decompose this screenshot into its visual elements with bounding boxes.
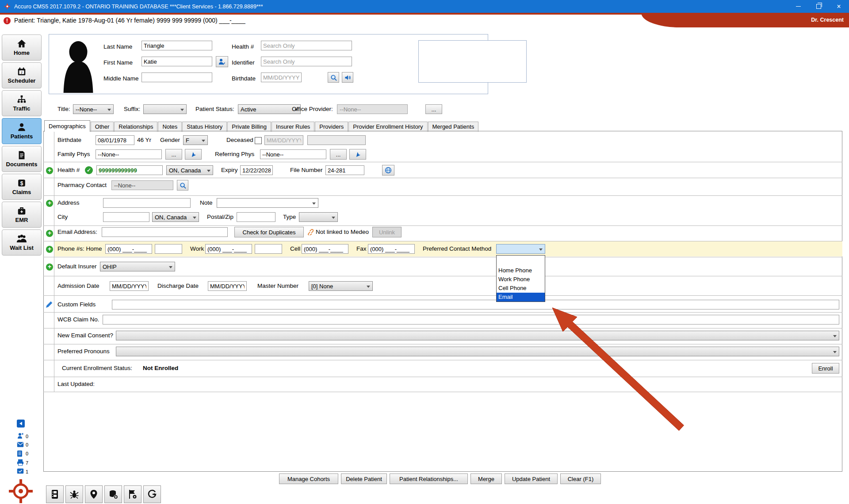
pharmacy-search-button[interactable]	[177, 180, 188, 191]
minimize-button[interactable]	[788, 0, 808, 13]
health-card-swipe-button[interactable]	[382, 165, 394, 176]
sidebar-item-waitlist[interactable]: Wait List	[2, 229, 42, 256]
sidebar-item-patients[interactable]: Patients	[2, 118, 42, 144]
mail-icon[interactable]	[17, 442, 24, 447]
master-number-select[interactable]: [0] None	[309, 281, 373, 291]
patient-status-select[interactable]: Active	[238, 104, 301, 114]
dropdown-option-blank[interactable]	[497, 256, 545, 266]
tab-merged-patients[interactable]: Merged Patients	[428, 122, 479, 132]
enroll-button[interactable]: Enroll	[812, 363, 839, 374]
message-check-icon[interactable]	[17, 468, 24, 474]
admission-date-input[interactable]	[110, 281, 149, 291]
add-health-number-icon[interactable]: +	[46, 167, 53, 174]
location-button[interactable]	[85, 485, 103, 503]
search-button[interactable]	[328, 72, 339, 83]
announce-button[interactable]	[342, 72, 353, 83]
tab-private-billing[interactable]: Private Billing	[227, 122, 271, 132]
sync-button[interactable]	[143, 485, 161, 503]
deceased-checkbox[interactable]	[255, 137, 262, 144]
sidebar-item-home[interactable]: Home	[2, 34, 42, 61]
custom-fields-input[interactable]	[112, 300, 839, 309]
office-provider-field[interactable]: --None--	[337, 104, 408, 114]
home-phone-input[interactable]	[105, 244, 152, 254]
health-number-input[interactable]	[96, 165, 163, 175]
home-phone-ext-input[interactable]	[155, 244, 182, 254]
sidebar-item-emr[interactable]: EMR	[2, 202, 42, 228]
family-phys-goto-button[interactable]	[185, 149, 202, 160]
sidebar-item-traffic[interactable]: Traffic	[2, 90, 42, 116]
unlink-button[interactable]: Unlink	[372, 227, 402, 237]
medeo-app-icon[interactable]	[17, 420, 25, 428]
gender-select[interactable]: F	[183, 135, 208, 145]
tab-insurer-rules[interactable]: Insurer Rules	[272, 122, 314, 132]
birthdate-input[interactable]	[96, 135, 134, 145]
work-phone-ext-input[interactable]	[255, 244, 282, 254]
health-province-select[interactable]: ON, Canada	[166, 165, 213, 175]
city-input[interactable]	[103, 212, 149, 222]
tab-demographics[interactable]: Demographics	[44, 120, 90, 132]
address-type-select[interactable]	[299, 212, 338, 222]
email-input[interactable]	[102, 227, 228, 237]
work-phone-input[interactable]	[205, 244, 252, 254]
address-province-select[interactable]: ON, Canada	[152, 212, 199, 222]
pharmacy-field[interactable]: --None--	[111, 180, 173, 190]
database-add-button[interactable]	[104, 485, 122, 503]
suffix-select[interactable]	[143, 104, 187, 114]
office-provider-more-button[interactable]: ...	[425, 104, 442, 114]
edit-custom-fields-icon[interactable]	[45, 299, 53, 309]
add-email-icon[interactable]: +	[46, 230, 53, 237]
tab-other[interactable]: Other	[91, 122, 114, 132]
health-search-input[interactable]	[261, 41, 352, 50]
restore-button[interactable]	[808, 0, 829, 13]
delete-patient-button[interactable]: Delete Patient	[341, 473, 387, 484]
birthdate-search-input[interactable]	[261, 73, 302, 82]
dropdown-option-cell-phone[interactable]: Cell Phone	[497, 284, 545, 293]
fax-input[interactable]	[368, 244, 415, 254]
accuro-target-icon[interactable]	[8, 478, 34, 504]
last-name-input[interactable]	[142, 41, 212, 50]
manage-cohorts-button[interactable]: Manage Cohorts	[279, 473, 338, 484]
add-insurer-icon[interactable]: +	[46, 263, 53, 271]
sidebar-item-documents[interactable]: Documents	[2, 146, 42, 172]
sidebar-item-claims[interactable]: $ Claims	[2, 174, 42, 200]
cell-phone-input[interactable]	[302, 244, 348, 254]
file-number-input[interactable]	[325, 165, 364, 175]
wcb-claim-input[interactable]	[103, 315, 839, 325]
patient-relationships-button[interactable]: Patient Relationships...	[390, 473, 468, 484]
flag-settings-button[interactable]	[124, 485, 142, 503]
ledger-button[interactable]	[46, 485, 64, 503]
middle-name-input[interactable]	[142, 73, 212, 82]
tab-providers[interactable]: Providers	[315, 122, 348, 132]
default-insurer-select[interactable]: OHIP	[100, 262, 175, 271]
patients-waiting-icon[interactable]	[17, 432, 24, 439]
family-phys-input[interactable]	[96, 149, 162, 159]
add-address-icon[interactable]: +	[46, 200, 53, 207]
expiry-input[interactable]	[240, 165, 273, 175]
family-phys-more-button[interactable]: ...	[165, 149, 182, 160]
discharge-date-input[interactable]	[208, 281, 247, 291]
bug-report-button[interactable]	[65, 485, 83, 503]
tab-status-history[interactable]: Status History	[182, 122, 227, 132]
referring-phys-goto-button[interactable]	[349, 149, 366, 160]
add-phone-icon[interactable]: +	[46, 246, 53, 253]
tab-relationships[interactable]: Relationships	[114, 122, 157, 132]
email-consent-select[interactable]	[116, 331, 839, 340]
preferred-contact-select[interactable]	[496, 244, 545, 254]
verify-patient-button[interactable]	[216, 56, 228, 67]
sidebar-item-scheduler[interactable]: 7 Scheduler	[2, 62, 42, 88]
referring-phys-more-button[interactable]: ...	[330, 149, 347, 160]
dropdown-option-email[interactable]: Email	[497, 293, 545, 302]
dropdown-option-home-phone[interactable]: Home Phone	[497, 266, 545, 275]
close-button[interactable]: ×	[829, 0, 849, 13]
check-duplicates-button[interactable]: Check for Duplicates	[234, 227, 304, 237]
update-patient-button[interactable]: Update Patient	[505, 473, 558, 484]
note-select[interactable]	[217, 198, 318, 208]
title-select[interactable]: --None--	[73, 104, 114, 114]
clear-button[interactable]: Clear (F1)	[560, 473, 601, 484]
dropdown-option-work-phone[interactable]: Work Phone	[497, 275, 545, 284]
postal-input[interactable]	[237, 212, 275, 222]
preferred-pronouns-select[interactable]	[116, 347, 839, 356]
tab-notes[interactable]: Notes	[158, 122, 182, 132]
first-name-input[interactable]	[142, 57, 212, 66]
address-input[interactable]	[103, 198, 191, 208]
